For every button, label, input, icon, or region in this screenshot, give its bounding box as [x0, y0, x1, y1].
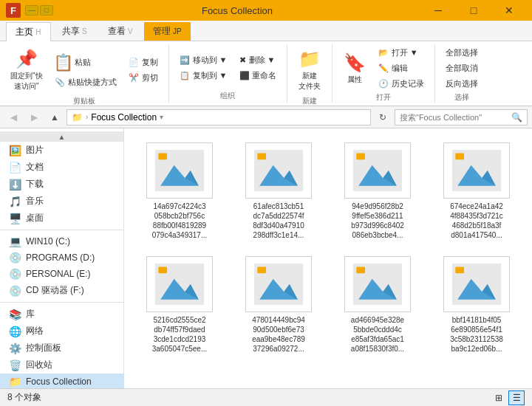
sidebar-item-e[interactable]: 💿 PERSONAL (E:): [0, 266, 123, 282]
search-input[interactable]: [400, 113, 508, 122]
file-item[interactable]: bbf14181b4f056e890856e54f13c58b23112538b…: [430, 251, 523, 359]
ribbon-group-new: 📁 新建文件夹 新建: [287, 44, 332, 103]
file-item[interactable]: 5216cd2555ce2db74ff57f9daed3cde1cdcd2193…: [133, 251, 226, 359]
select-invert-button[interactable]: 反向选择: [441, 77, 482, 91]
cut-button[interactable]: ✂️ 剪切: [124, 71, 163, 85]
path-folder-icon: 📁: [72, 112, 83, 123]
view-large-icons[interactable]: ⊞: [491, 390, 507, 405]
file-item[interactable]: 14a697c4224c3058bcb2bf756c88fb00f4819289…: [133, 137, 226, 245]
file-item[interactable]: 94e9d956f28b29ffef5e386d211b973d996c8402…: [331, 137, 424, 245]
sidebar-item-desktop[interactable]: 🖥️ 桌面: [0, 210, 123, 227]
copy-button[interactable]: 📄 复制: [124, 55, 163, 69]
sidebar-scroll-up[interactable]: ▲: [0, 131, 123, 142]
file-item[interactable]: 478014449bc9490d500ebf6e73eaa9be48ec7893…: [232, 251, 325, 359]
forward-button[interactable]: ▶: [25, 109, 43, 126]
properties-icon: 🔖: [344, 52, 366, 73]
svg-rect-19: [158, 266, 167, 273]
sidebar-item-label: 库: [26, 308, 35, 320]
ribbon-group-open: 🔖 属性 📂 打开 ▼ ✏️ 编辑 🕐 历史记录 打开: [332, 44, 435, 103]
desktop-icon: 🖥️: [9, 213, 21, 224]
file-thumbnail: [245, 142, 312, 199]
wm-restore[interactable]: □: [40, 5, 53, 16]
search-box[interactable]: 🔍: [395, 109, 528, 125]
sidebar-item-label: 控制面板: [26, 342, 61, 354]
sidebar-item-label: 音乐: [26, 195, 44, 207]
refresh-button[interactable]: ↻: [374, 109, 392, 126]
history-button[interactable]: 🕐 历史记录: [374, 77, 429, 91]
sidebar-item-d[interactable]: 💿 PROGRAMS (D:): [0, 250, 123, 266]
new-folder-icon: 📁: [299, 49, 321, 69]
paste-shortcut-button[interactable]: 📎 粘贴快捷方式: [50, 75, 121, 89]
tab-manage[interactable]: 管理 JP: [144, 22, 191, 41]
delete-button[interactable]: ✖ 删除 ▼: [235, 53, 281, 67]
minimize-button[interactable]: ─: [421, 0, 455, 21]
tab-home[interactable]: 主页 H: [6, 22, 51, 41]
sidebar-item-recycle[interactable]: 🗑️ 回收站: [0, 357, 123, 374]
select-all-button[interactable]: 全部选择: [441, 46, 482, 60]
drive-d-icon: 💿: [9, 252, 21, 264]
properties-button[interactable]: 🔖 属性: [338, 49, 371, 88]
back-button[interactable]: ◀: [4, 109, 22, 126]
sidebar-item-label: Focus Collection: [26, 376, 92, 387]
clipboard-label: 剪贴板: [73, 94, 95, 106]
tab-view[interactable]: 查看 V: [98, 21, 143, 41]
control-panel-icon: ⚙️: [9, 343, 21, 354]
file-image-preview: [352, 264, 403, 305]
copy-to-button[interactable]: 📋 复制到 ▼: [175, 69, 232, 83]
tab-share[interactable]: 共享 S: [52, 21, 97, 41]
open-button[interactable]: 📂 打开 ▼: [374, 46, 429, 60]
paste-shortcut-icon: 📎: [55, 78, 65, 87]
edit-button[interactable]: ✏️ 编辑: [374, 61, 429, 75]
file-item[interactable]: ad466945e328e5bbde0cddd4ce85af3fda65ac1a…: [331, 251, 424, 359]
copy-cut-col: 📄 复制 ✂️ 剪切: [124, 55, 163, 85]
search-icon: 🔍: [511, 112, 522, 123]
svg-rect-31: [455, 266, 464, 273]
ribbon-group-clipboard: 📌 固定到"快速访问" 📋 粘贴 📎 粘贴快捷方式 📄 复制: [0, 44, 169, 103]
sidebar-item-focus[interactable]: 📁 Focus Collection: [0, 374, 123, 388]
address-path[interactable]: 📁 › Focus Collection ▾: [66, 109, 371, 125]
maximize-button[interactable]: □: [457, 0, 491, 21]
sidebar-item-c[interactable]: 💻 WIN10 (C:): [0, 233, 123, 250]
sidebar-item-label: 网络: [26, 325, 44, 337]
pin-button[interactable]: 📌 固定到"快速访问": [6, 46, 47, 94]
sidebar: ▲ 🖼️ 图片 📄 文档 ⬇️ 下载 🎵 音乐 🖥️ 桌面 💻 WIN10 (C…: [0, 128, 124, 388]
sidebar-item-label: 桌面: [26, 212, 44, 224]
new-folder-button[interactable]: 📁 新建文件夹: [293, 46, 326, 94]
open-label: 打开: [376, 91, 391, 103]
properties-label: 属性: [347, 75, 362, 85]
path-dropdown-icon[interactable]: ▾: [160, 113, 163, 121]
select-none-button[interactable]: 全部取消: [441, 61, 482, 75]
sidebar-item-documents[interactable]: 📄 文档: [0, 159, 123, 176]
move-to-button[interactable]: ➡️ 移动到 ▼: [175, 53, 232, 67]
file-item[interactable]: 674ece24a1a424f88435f3d721c468d2b5f18a3f…: [430, 137, 523, 245]
delete-icon: ✖: [239, 55, 246, 65]
address-bar: ◀ ▶ ▲ 📁 › Focus Collection ▾ ↻ 🔍: [0, 106, 532, 128]
sidebar-item-music[interactable]: 🎵 音乐: [0, 193, 123, 210]
file-image-preview: [154, 264, 205, 305]
paste-button[interactable]: 📋 粘贴: [50, 52, 121, 74]
sidebar-item-f[interactable]: 💿 CD 驱动器 (F:): [0, 282, 123, 299]
sidebar-item-network[interactable]: 🌐 网络: [0, 323, 123, 340]
file-thumbnail: [443, 142, 510, 199]
window-management: — □: [25, 5, 53, 16]
app-icon: F: [6, 3, 21, 18]
file-image-preview: [451, 264, 502, 305]
copy-icon: 📄: [129, 58, 139, 67]
wm-minimize[interactable]: —: [25, 5, 38, 16]
select-none-label: 全部取消: [446, 63, 478, 74]
up-button[interactable]: ▲: [46, 109, 64, 126]
sidebar-item-downloads[interactable]: ⬇️ 下载: [0, 176, 123, 193]
view-details[interactable]: ☰: [508, 390, 525, 405]
network-icon: 🌐: [9, 326, 21, 337]
sidebar-item-label: PROGRAMS (D:): [26, 252, 95, 263]
title-bar-left: F — □: [6, 3, 53, 18]
file-item[interactable]: 61afec813cb51dc7a5dd22574f8df3d40a479102…: [232, 137, 325, 245]
sidebar-item-library[interactable]: 📚 库: [0, 306, 123, 323]
delete-rename-col: ✖ 删除 ▼ ⬛ 重命名: [235, 53, 281, 83]
sidebar-item-pictures[interactable]: 🖼️ 图片: [0, 142, 123, 159]
close-button[interactable]: ✕: [492, 0, 526, 21]
sidebar-item-control-panel[interactable]: ⚙️ 控制面板: [0, 340, 123, 357]
rename-button[interactable]: ⬛ 重命名: [235, 69, 281, 83]
folder-icon: 📁: [9, 376, 21, 388]
title-controls: ─ □ ✕: [421, 0, 526, 21]
